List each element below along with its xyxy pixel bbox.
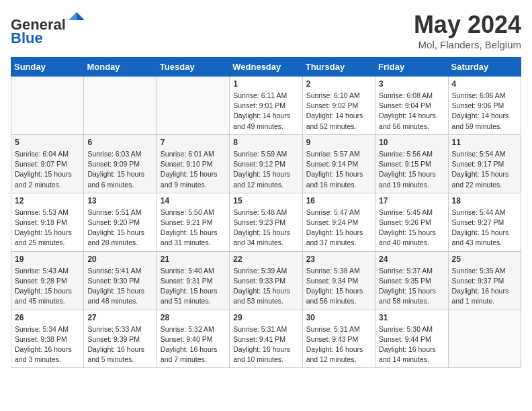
calendar-cell: 13Sunrise: 5:51 AM Sunset: 9:20 PM Dayli… — [84, 193, 157, 251]
day-number: 24 — [379, 255, 444, 264]
day-number: 27 — [87, 313, 152, 322]
day-number: 13 — [87, 196, 152, 205]
svg-marker-0 — [77, 12, 85, 20]
cell-content: Sunrise: 6:10 AM Sunset: 9:02 PM Dayligh… — [306, 91, 371, 132]
calendar-cell: 8Sunrise: 5:59 AM Sunset: 9:12 PM Daylig… — [230, 134, 302, 193]
svg-marker-1 — [69, 12, 77, 20]
calendar-cell: 28Sunrise: 5:32 AM Sunset: 9:40 PM Dayli… — [157, 310, 229, 368]
cell-content: Sunrise: 5:39 AM Sunset: 9:33 PM Dayligh… — [233, 266, 298, 307]
day-number: 31 — [379, 313, 444, 322]
cell-content: Sunrise: 5:32 AM Sunset: 9:40 PM Dayligh… — [161, 324, 226, 365]
location: Mol, Flanders, Belgium — [414, 39, 521, 50]
cell-content: Sunrise: 6:06 AM Sunset: 9:06 PM Dayligh… — [452, 91, 517, 132]
cell-content: Sunrise: 5:47 AM Sunset: 9:24 PM Dayligh… — [306, 208, 371, 248]
cell-content: Sunrise: 5:44 AM Sunset: 9:27 PM Dayligh… — [452, 208, 517, 248]
weekday-header-monday: Monday — [84, 58, 157, 77]
day-number: 23 — [306, 255, 371, 264]
cell-content: Sunrise: 6:11 AM Sunset: 9:01 PM Dayligh… — [233, 91, 298, 132]
logo-icon — [67, 11, 86, 30]
day-number: 30 — [306, 313, 371, 322]
calendar-cell: 11Sunrise: 5:54 AM Sunset: 9:17 PM Dayli… — [448, 134, 521, 193]
calendar-cell — [448, 310, 521, 368]
cell-content: Sunrise: 5:54 AM Sunset: 9:17 PM Dayligh… — [452, 149, 517, 190]
calendar-cell: 30Sunrise: 5:31 AM Sunset: 9:43 PM Dayli… — [302, 310, 375, 368]
logo: General Blue — [11, 11, 86, 46]
cell-content: Sunrise: 5:59 AM Sunset: 9:12 PM Dayligh… — [233, 149, 298, 190]
day-number: 20 — [87, 255, 152, 264]
calendar-cell: 18Sunrise: 5:44 AM Sunset: 9:27 PM Dayli… — [448, 193, 521, 251]
cell-content: Sunrise: 5:35 AM Sunset: 9:37 PM Dayligh… — [452, 266, 517, 307]
cell-content: Sunrise: 6:03 AM Sunset: 9:09 PM Dayligh… — [87, 149, 152, 190]
day-number: 7 — [161, 138, 226, 147]
calendar-cell: 5Sunrise: 6:04 AM Sunset: 9:07 PM Daylig… — [11, 134, 84, 193]
calendar-cell: 23Sunrise: 5:38 AM Sunset: 9:34 PM Dayli… — [302, 251, 375, 310]
calendar-cell: 26Sunrise: 5:34 AM Sunset: 9:38 PM Dayli… — [11, 310, 84, 368]
weekday-header-friday: Friday — [375, 58, 448, 77]
page-header: General Blue May 2024 Mol, Flanders, Bel… — [11, 11, 521, 50]
weekday-header-wednesday: Wednesday — [230, 58, 302, 77]
day-number: 10 — [379, 138, 444, 147]
calendar-cell: 4Sunrise: 6:06 AM Sunset: 9:06 PM Daylig… — [448, 77, 521, 135]
day-number: 14 — [161, 196, 226, 205]
day-number: 6 — [87, 138, 152, 147]
week-row-4: 19Sunrise: 5:43 AM Sunset: 9:28 PM Dayli… — [11, 251, 521, 310]
day-number: 22 — [233, 255, 298, 264]
day-number: 15 — [233, 196, 298, 205]
calendar-cell — [11, 77, 84, 135]
weekday-header-tuesday: Tuesday — [157, 58, 229, 77]
day-number: 19 — [15, 255, 80, 264]
day-number: 2 — [306, 79, 371, 89]
month-title: May 2024 — [414, 11, 521, 39]
cell-content: Sunrise: 5:34 AM Sunset: 9:38 PM Dayligh… — [15, 324, 80, 365]
title-block: May 2024 Mol, Flanders, Belgium — [414, 11, 521, 50]
day-number: 1 — [233, 79, 298, 89]
calendar-cell — [157, 77, 229, 135]
cell-content: Sunrise: 5:51 AM Sunset: 9:20 PM Dayligh… — [87, 208, 152, 248]
weekday-header-thursday: Thursday — [302, 58, 375, 77]
day-number: 8 — [233, 138, 298, 147]
calendar-cell: 15Sunrise: 5:48 AM Sunset: 9:23 PM Dayli… — [230, 193, 302, 251]
calendar-cell: 31Sunrise: 5:30 AM Sunset: 9:44 PM Dayli… — [375, 310, 448, 368]
calendar-cell: 10Sunrise: 5:56 AM Sunset: 9:15 PM Dayli… — [375, 134, 448, 193]
day-number: 3 — [379, 79, 444, 89]
cell-content: Sunrise: 5:33 AM Sunset: 9:39 PM Dayligh… — [87, 324, 152, 365]
calendar-cell: 17Sunrise: 5:45 AM Sunset: 9:26 PM Dayli… — [375, 193, 448, 251]
day-number: 29 — [233, 313, 298, 322]
logo-blue: Blue — [11, 30, 43, 46]
cell-content: Sunrise: 6:01 AM Sunset: 9:10 PM Dayligh… — [161, 149, 226, 190]
week-row-2: 5Sunrise: 6:04 AM Sunset: 9:07 PM Daylig… — [11, 134, 521, 193]
calendar-table: SundayMondayTuesdayWednesdayThursdayFrid… — [11, 57, 521, 368]
calendar-cell: 1Sunrise: 6:11 AM Sunset: 9:01 PM Daylig… — [230, 77, 302, 135]
cell-content: Sunrise: 5:50 AM Sunset: 9:21 PM Dayligh… — [161, 208, 226, 248]
cell-content: Sunrise: 5:31 AM Sunset: 9:43 PM Dayligh… — [306, 324, 371, 365]
weekday-header-sunday: Sunday — [11, 58, 84, 77]
day-number: 12 — [15, 196, 80, 205]
calendar-cell: 16Sunrise: 5:47 AM Sunset: 9:24 PM Dayli… — [302, 193, 375, 251]
day-number: 28 — [161, 313, 226, 322]
calendar-cell: 14Sunrise: 5:50 AM Sunset: 9:21 PM Dayli… — [157, 193, 229, 251]
calendar-cell: 19Sunrise: 5:43 AM Sunset: 9:28 PM Dayli… — [11, 251, 84, 310]
day-number: 26 — [15, 313, 80, 322]
calendar-cell: 7Sunrise: 6:01 AM Sunset: 9:10 PM Daylig… — [157, 134, 229, 193]
day-number: 21 — [161, 255, 226, 264]
calendar-cell: 3Sunrise: 6:08 AM Sunset: 9:04 PM Daylig… — [375, 77, 448, 135]
cell-content: Sunrise: 6:08 AM Sunset: 9:04 PM Dayligh… — [379, 91, 444, 132]
calendar-cell: 25Sunrise: 5:35 AM Sunset: 9:37 PM Dayli… — [448, 251, 521, 310]
day-number: 5 — [15, 138, 80, 147]
day-number: 16 — [306, 196, 371, 205]
calendar-cell: 2Sunrise: 6:10 AM Sunset: 9:02 PM Daylig… — [302, 77, 375, 135]
calendar-cell: 21Sunrise: 5:40 AM Sunset: 9:31 PM Dayli… — [157, 251, 229, 310]
day-number: 18 — [452, 196, 517, 205]
cell-content: Sunrise: 5:38 AM Sunset: 9:34 PM Dayligh… — [306, 266, 371, 307]
weekday-header-saturday: Saturday — [448, 58, 521, 77]
calendar-cell: 12Sunrise: 5:53 AM Sunset: 9:18 PM Dayli… — [11, 193, 84, 251]
week-row-5: 26Sunrise: 5:34 AM Sunset: 9:38 PM Dayli… — [11, 310, 521, 368]
calendar-cell: 6Sunrise: 6:03 AM Sunset: 9:09 PM Daylig… — [84, 134, 157, 193]
week-row-1: 1Sunrise: 6:11 AM Sunset: 9:01 PM Daylig… — [11, 77, 521, 135]
day-number: 4 — [452, 79, 517, 89]
header-row: SundayMondayTuesdayWednesdayThursdayFrid… — [11, 58, 521, 77]
cell-content: Sunrise: 5:41 AM Sunset: 9:30 PM Dayligh… — [87, 266, 152, 307]
day-number: 9 — [306, 138, 371, 147]
week-row-3: 12Sunrise: 5:53 AM Sunset: 9:18 PM Dayli… — [11, 193, 521, 251]
calendar-cell: 24Sunrise: 5:37 AM Sunset: 9:35 PM Dayli… — [375, 251, 448, 310]
